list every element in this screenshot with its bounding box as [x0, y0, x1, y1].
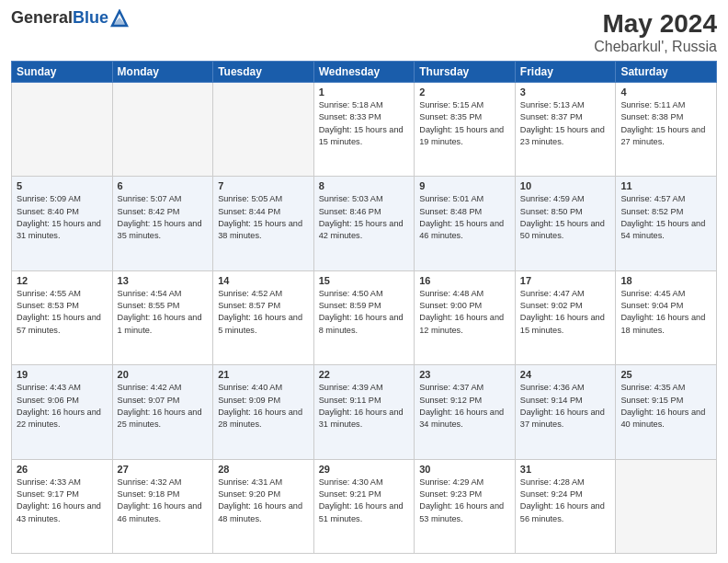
month-title: May 2024	[594, 9, 717, 39]
calendar-row: 12Sunrise: 4:55 AM Sunset: 8:53 PM Dayli…	[12, 270, 717, 364]
day-number: 25	[620, 369, 711, 380]
table-row	[213, 83, 314, 177]
day-number: 11	[620, 180, 711, 191]
table-row: 16Sunrise: 4:48 AM Sunset: 9:00 PM Dayli…	[415, 270, 516, 364]
day-info: Sunrise: 4:55 AM Sunset: 8:53 PM Dayligh…	[17, 288, 108, 337]
header-row: Sunday Monday Tuesday Wednesday Thursday…	[12, 62, 717, 83]
calendar-row: 5Sunrise: 5:09 AM Sunset: 8:40 PM Daylig…	[12, 177, 717, 270]
table-row: 20Sunrise: 4:42 AM Sunset: 9:07 PM Dayli…	[112, 365, 213, 459]
header: GeneralBlue May 2024 Chebarkul', Russia	[11, 9, 717, 55]
table-row: 9Sunrise: 5:01 AM Sunset: 8:48 PM Daylig…	[415, 177, 516, 270]
day-number: 2	[419, 86, 510, 98]
day-info: Sunrise: 4:36 AM Sunset: 9:14 PM Dayligh…	[520, 382, 611, 431]
table-row: 11Sunrise: 4:57 AM Sunset: 8:52 PM Dayli…	[616, 177, 717, 270]
table-row: 7Sunrise: 5:05 AM Sunset: 8:44 PM Daylig…	[213, 177, 314, 270]
day-number: 14	[218, 275, 309, 286]
day-info: Sunrise: 5:05 AM Sunset: 8:44 PM Dayligh…	[218, 193, 309, 242]
table-row: 29Sunrise: 4:30 AM Sunset: 9:21 PM Dayli…	[313, 459, 415, 553]
table-row: 17Sunrise: 4:47 AM Sunset: 9:02 PM Dayli…	[515, 270, 616, 364]
day-number: 19	[17, 369, 108, 380]
table-row	[12, 83, 113, 177]
day-number: 30	[419, 464, 510, 475]
day-info: Sunrise: 4:48 AM Sunset: 9:00 PM Dayligh…	[419, 288, 510, 337]
table-row: 22Sunrise: 4:39 AM Sunset: 9:11 PM Dayli…	[313, 365, 415, 459]
day-number: 10	[520, 180, 611, 191]
table-row: 19Sunrise: 4:43 AM Sunset: 9:06 PM Dayli…	[12, 365, 113, 459]
calendar-row: 19Sunrise: 4:43 AM Sunset: 9:06 PM Dayli…	[12, 365, 717, 459]
logo: GeneralBlue	[11, 9, 129, 28]
day-info: Sunrise: 4:35 AM Sunset: 9:15 PM Dayligh…	[620, 382, 711, 431]
day-info: Sunrise: 4:52 AM Sunset: 8:57 PM Dayligh…	[218, 288, 309, 337]
day-info: Sunrise: 4:30 AM Sunset: 9:21 PM Dayligh…	[319, 477, 410, 525]
day-number: 20	[118, 369, 209, 380]
day-info: Sunrise: 5:11 AM Sunset: 8:38 PM Dayligh…	[620, 99, 711, 148]
table-row: 4Sunrise: 5:11 AM Sunset: 8:38 PM Daylig…	[616, 83, 717, 177]
location: Chebarkul', Russia	[594, 39, 717, 55]
day-info: Sunrise: 5:18 AM Sunset: 8:33 PM Dayligh…	[319, 99, 410, 148]
table-row: 25Sunrise: 4:35 AM Sunset: 9:15 PM Dayli…	[616, 365, 717, 459]
day-number: 6	[118, 180, 209, 191]
table-row: 1Sunrise: 5:18 AM Sunset: 8:33 PM Daylig…	[313, 83, 415, 177]
day-info: Sunrise: 4:59 AM Sunset: 8:50 PM Dayligh…	[520, 193, 611, 242]
day-number: 26	[17, 464, 108, 475]
logo-icon	[110, 9, 129, 28]
table-row: 2Sunrise: 5:15 AM Sunset: 8:35 PM Daylig…	[415, 83, 516, 177]
table-row: 12Sunrise: 4:55 AM Sunset: 8:53 PM Dayli…	[12, 270, 113, 364]
day-info: Sunrise: 5:07 AM Sunset: 8:42 PM Dayligh…	[118, 193, 209, 242]
day-info: Sunrise: 5:03 AM Sunset: 8:46 PM Dayligh…	[319, 193, 410, 242]
table-row	[112, 83, 213, 177]
day-number: 21	[218, 369, 309, 380]
table-row: 27Sunrise: 4:32 AM Sunset: 9:18 PM Dayli…	[112, 459, 213, 553]
day-number: 28	[218, 464, 309, 475]
day-info: Sunrise: 4:57 AM Sunset: 8:52 PM Dayligh…	[620, 193, 711, 242]
day-info: Sunrise: 4:28 AM Sunset: 9:24 PM Dayligh…	[520, 477, 611, 525]
day-info: Sunrise: 5:09 AM Sunset: 8:40 PM Dayligh…	[17, 193, 108, 242]
table-row: 26Sunrise: 4:33 AM Sunset: 9:17 PM Dayli…	[12, 459, 113, 553]
calendar-row: 1Sunrise: 5:18 AM Sunset: 8:33 PM Daylig…	[12, 83, 717, 177]
day-info: Sunrise: 4:43 AM Sunset: 9:06 PM Dayligh…	[17, 382, 108, 431]
col-wednesday: Wednesday	[313, 62, 415, 83]
day-number: 3	[520, 86, 611, 98]
day-number: 12	[17, 275, 108, 286]
day-info: Sunrise: 4:40 AM Sunset: 9:09 PM Dayligh…	[218, 382, 309, 431]
day-info: Sunrise: 4:32 AM Sunset: 9:18 PM Dayligh…	[118, 477, 209, 525]
table-row: 30Sunrise: 4:29 AM Sunset: 9:23 PM Dayli…	[415, 459, 516, 553]
day-number: 18	[620, 275, 711, 286]
day-number: 1	[319, 86, 410, 98]
table-row: 8Sunrise: 5:03 AM Sunset: 8:46 PM Daylig…	[313, 177, 415, 270]
day-number: 17	[520, 275, 611, 286]
calendar-table: Sunday Monday Tuesday Wednesday Thursday…	[11, 61, 717, 554]
col-sunday: Sunday	[12, 62, 113, 83]
day-info: Sunrise: 5:15 AM Sunset: 8:35 PM Dayligh…	[419, 99, 510, 148]
col-monday: Monday	[112, 62, 213, 83]
day-info: Sunrise: 4:29 AM Sunset: 9:23 PM Dayligh…	[419, 477, 510, 525]
day-number: 5	[17, 180, 108, 191]
calendar-row: 26Sunrise: 4:33 AM Sunset: 9:17 PM Dayli…	[12, 459, 717, 553]
day-number: 4	[620, 86, 711, 98]
day-info: Sunrise: 4:45 AM Sunset: 9:04 PM Dayligh…	[620, 288, 711, 337]
day-info: Sunrise: 5:13 AM Sunset: 8:37 PM Dayligh…	[520, 99, 611, 148]
logo-general-text: GeneralBlue	[11, 9, 108, 28]
table-row: 6Sunrise: 5:07 AM Sunset: 8:42 PM Daylig…	[112, 177, 213, 270]
title-area: May 2024 Chebarkul', Russia	[594, 9, 717, 55]
table-row: 28Sunrise: 4:31 AM Sunset: 9:20 PM Dayli…	[213, 459, 314, 553]
day-info: Sunrise: 5:01 AM Sunset: 8:48 PM Dayligh…	[419, 193, 510, 242]
table-row: 3Sunrise: 5:13 AM Sunset: 8:37 PM Daylig…	[515, 83, 616, 177]
day-info: Sunrise: 4:42 AM Sunset: 9:07 PM Dayligh…	[118, 382, 209, 431]
day-info: Sunrise: 4:47 AM Sunset: 9:02 PM Dayligh…	[520, 288, 611, 337]
table-row: 18Sunrise: 4:45 AM Sunset: 9:04 PM Dayli…	[616, 270, 717, 364]
table-row: 31Sunrise: 4:28 AM Sunset: 9:24 PM Dayli…	[515, 459, 616, 553]
day-number: 8	[319, 180, 410, 191]
day-info: Sunrise: 4:33 AM Sunset: 9:17 PM Dayligh…	[17, 477, 108, 525]
col-friday: Friday	[515, 62, 616, 83]
table-row: 21Sunrise: 4:40 AM Sunset: 9:09 PM Dayli…	[213, 365, 314, 459]
table-row	[616, 459, 717, 553]
table-row: 14Sunrise: 4:52 AM Sunset: 8:57 PM Dayli…	[213, 270, 314, 364]
day-info: Sunrise: 4:54 AM Sunset: 8:55 PM Dayligh…	[118, 288, 209, 337]
day-info: Sunrise: 4:31 AM Sunset: 9:20 PM Dayligh…	[218, 477, 309, 525]
col-thursday: Thursday	[415, 62, 516, 83]
day-number: 7	[218, 180, 309, 191]
day-info: Sunrise: 4:50 AM Sunset: 8:59 PM Dayligh…	[319, 288, 410, 337]
day-number: 27	[118, 464, 209, 475]
table-row: 13Sunrise: 4:54 AM Sunset: 8:55 PM Dayli…	[112, 270, 213, 364]
